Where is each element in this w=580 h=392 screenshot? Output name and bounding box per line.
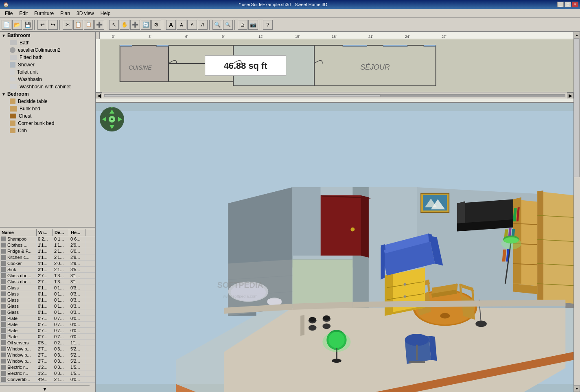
table-row[interactable]: Glass doo... 2'7... 1'3... 3'1... (0, 279, 95, 285)
table-row[interactable]: Kitchen c... 1'1... 2'1... 2'9... (0, 254, 95, 261)
close-button[interactable]: ✕ (572, 2, 578, 7)
maximize-button[interactable]: □ (565, 2, 571, 7)
plan-hscrollbar[interactable]: ◀ ▶ (96, 92, 573, 99)
redo-button[interactable]: ↪ (48, 20, 58, 30)
table-row[interactable]: Sink 3'1... 2'1... 3'5... (0, 267, 95, 273)
text-tool-3[interactable]: A (187, 20, 197, 30)
menu-edit[interactable]: Edit (16, 10, 31, 17)
category-bedroom[interactable]: ▼ Bedroom (0, 90, 95, 98)
toolbar-sep-6 (234, 20, 236, 30)
text-tool-1[interactable]: A (166, 20, 176, 30)
table-row[interactable]: Oil servers 0'5... 0'2... 1'1... (0, 340, 95, 346)
cell-width: 0'7... (37, 315, 53, 321)
table-row[interactable]: Glass 0'1... 0'1... 0'3... (0, 303, 95, 309)
export-button[interactable]: 📷 (248, 20, 258, 30)
paste-button[interactable]: 📋 (84, 20, 94, 30)
table-row[interactable]: Plate 0'7... 0'7... 0'0... (0, 322, 95, 328)
table-row[interactable]: Glass doo... 2'7... 1'3... 3'1... (0, 273, 95, 279)
table-scroll[interactable]: Shampoo 0 2... 0 1... 0 6... Clothes ...… (0, 236, 95, 388)
hscroll-left[interactable]: ◀ (96, 92, 102, 99)
cell-height: 1'5... (69, 364, 85, 370)
cell-name-text: Glass (7, 285, 19, 290)
vscroll-up[interactable]: ▲ (574, 32, 580, 38)
tree-item-escalier[interactable]: escalierColimacon2 (0, 46, 95, 54)
table-row[interactable]: Convertib... 4'9... 2'1... 0'0... (0, 377, 95, 383)
table-row[interactable]: Glass 0'1... 0'1... 0'3... (0, 297, 95, 303)
ruler-top: 0' 3' 6' 9' 12' 15' 18' 21' 24' 27' (96, 32, 573, 39)
rotate-tool[interactable]: 🔄 (141, 20, 151, 30)
furniture-table: Name Wi... De... He... Shampoo 0 2... 0 … (0, 229, 95, 388)
help-button[interactable]: ? (263, 20, 273, 30)
new-button[interactable]: 📄 (2, 20, 11, 30)
pan-tool[interactable]: ✋ (120, 20, 129, 30)
tree-item-bath[interactable]: Bath (0, 39, 95, 46)
menu-file[interactable]: File (2, 10, 16, 17)
table-row[interactable]: Shampoo 0 2... 0 1... 0 6... (0, 236, 95, 242)
table-row[interactable]: Fridge & F... 1'1... 2'1... 6'0... (0, 248, 95, 254)
tree-item-washbasin-cabinet[interactable]: Washbasin with cabinet (0, 83, 95, 90)
table-row[interactable]: Glass 0'1... 0'1... 0'3... (0, 285, 95, 291)
menu-plan[interactable]: Plan (57, 10, 73, 17)
table-row[interactable]: Electric r... 1'2... 0'3... 1'5... (0, 364, 95, 370)
tree-item-bunkbed[interactable]: Bunk bed (0, 105, 95, 112)
ruler-24: 24' (405, 35, 410, 39)
nav-widget[interactable]: ▲ (99, 106, 125, 133)
table-row[interactable]: Window b... 2'7... 0'3... 5'2... (0, 358, 95, 364)
window-controls[interactable]: _ □ ✕ (557, 2, 578, 7)
escalier-icon (10, 47, 15, 53)
select-tool[interactable]: ↖ (109, 20, 119, 30)
tree-scroll[interactable]: ▼ Bathroom Bath escalierColimacon2 Fitte… (0, 32, 95, 227)
table-row[interactable]: Window b... 2'7... 0'3... 5'2... (0, 346, 95, 352)
category-bathroom[interactable]: ▼ Bathroom (0, 32, 95, 39)
create-wall-tool[interactable]: ➕ (130, 20, 140, 30)
print-button[interactable]: 🖨 (238, 20, 247, 30)
text-tool-2[interactable]: A (177, 20, 186, 30)
table-row[interactable]: Glass 0'1... 0'1... 0'3... (0, 309, 95, 315)
open-button[interactable]: 📂 (12, 20, 22, 30)
tree-item-corner-bunk-label: Corner bunk bed (18, 120, 54, 126)
main-vscrollbar[interactable]: ▲ ▼ (573, 32, 580, 392)
tree-item-chest-label: Chest (19, 113, 31, 119)
table-row[interactable]: Cooker 1'1... 2'0... 2'9... (0, 261, 95, 267)
cut-button[interactable]: ✂ (63, 20, 72, 30)
cell-depth: 0'2... (53, 340, 69, 346)
3d-view[interactable]: SOFTPEDIA www.softpedia.com (96, 103, 573, 392)
hscroll-right[interactable]: ▶ (567, 92, 573, 99)
zoom-in-button[interactable]: 🔍 (212, 20, 222, 30)
menu-furniture[interactable]: Furniture (31, 10, 57, 17)
row-icon (1, 279, 6, 284)
cell-name: Shampoo (0, 236, 37, 242)
menu-3dview[interactable]: 3D view (73, 10, 97, 17)
add-furniture-button[interactable]: ➕ (94, 20, 104, 30)
tree-item-crib[interactable]: Crib (0, 127, 95, 134)
save-button[interactable]: 💾 (23, 20, 33, 30)
plan-canvas[interactable]: CUISINE SÉJOUR 46.88 sq ft (96, 39, 573, 92)
table-row[interactable]: Electric r... 1'2... 0'3... 1'5... (0, 370, 95, 377)
table-row[interactable]: Window b... 2'7... 0'3... 5'2... (0, 352, 95, 358)
cell-name: Glass (0, 291, 37, 297)
cell-depth: 1'3... (53, 273, 69, 278)
tree-item-fitted-bath[interactable]: Fitted bath (0, 54, 95, 61)
undo-button[interactable]: ↩ (37, 20, 47, 30)
fitted-bath-icon (10, 55, 17, 60)
tree-item-chest[interactable]: Chest (0, 112, 95, 120)
copy-button[interactable]: 📋 (73, 20, 83, 30)
vscroll-down[interactable]: ▼ (574, 385, 580, 392)
table-row[interactable]: Plate 0'7... 0'7... 0'0... (0, 334, 95, 340)
cell-depth: 2'1... (53, 377, 69, 382)
tree-item-washbasin[interactable]: Washbasin (0, 76, 95, 83)
tree-item-bedside[interactable]: Bedside table (0, 98, 95, 105)
tree-item-toilet[interactable]: Toilet unit (0, 68, 95, 76)
table-row[interactable]: Clothes ... 1'1... 1'1... 2'9... (0, 242, 95, 248)
table-row[interactable]: Plate 0'7... 0'7... 0'0... (0, 315, 95, 322)
cell-height: 2'9... (69, 242, 85, 248)
settings-button[interactable]: ⚙ (151, 20, 161, 30)
text-tool-4[interactable]: A (198, 20, 208, 30)
minimize-button[interactable]: _ (557, 2, 564, 7)
tree-item-shower[interactable]: Shower (0, 61, 95, 68)
table-row[interactable]: Glass 0'1... 0'1... 0'3... (0, 291, 95, 297)
zoom-out-button[interactable]: 🔍 (223, 20, 233, 30)
menu-help[interactable]: Help (97, 10, 114, 17)
tree-item-corner-bunk[interactable]: Corner bunk bed (0, 120, 95, 127)
table-row[interactable]: Plate 0'7... 0'7... 0'0... (0, 328, 95, 334)
